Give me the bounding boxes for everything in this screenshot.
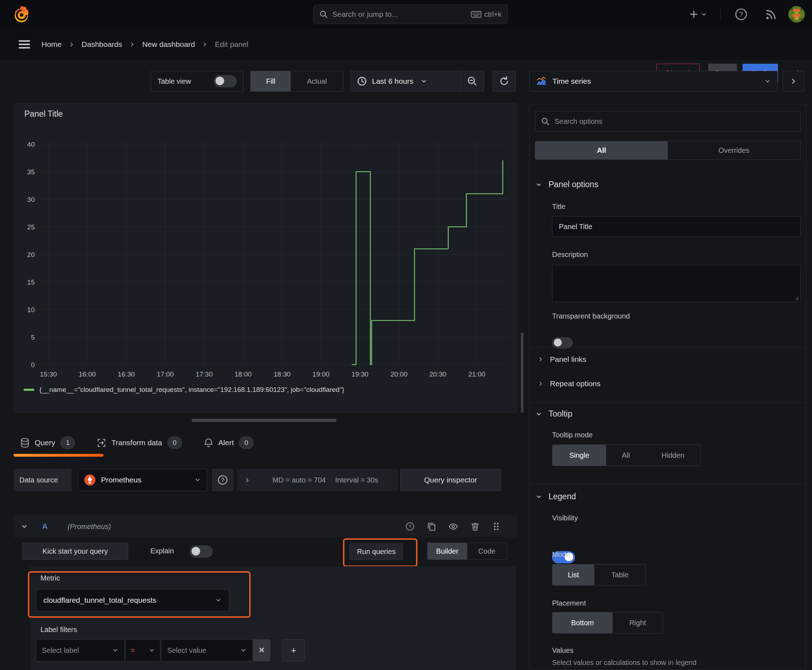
fill-option[interactable]: Fill [251,71,291,91]
query-row-actions: ? [405,522,500,531]
actual-option[interactable]: Actual [291,71,343,91]
breadcrumb-bar: Home Dashboards New dashboard Edit panel… [0,29,812,61]
placement-label: Placement [552,599,586,607]
grafana-edit-panel-page: Search or jump to... ctrl+k ? [0,0,812,670]
svg-text:?: ? [221,477,224,483]
tab-all[interactable]: All [535,141,668,159]
scrollbar-thumb[interactable] [521,333,524,413]
svg-text:35: 35 [27,168,35,176]
help-circle-icon: ? [217,475,228,485]
chevron-down-icon [536,411,542,417]
grafana-logo[interactable] [13,5,30,24]
select-value-dropdown[interactable]: Select value [161,639,253,662]
breadcrumb-edit-panel: Edit panel [215,40,248,49]
run-queries-button[interactable]: Run queries [349,543,403,560]
datasource-picker[interactable]: Prometheus [78,469,207,491]
operator-dropdown[interactable]: = [125,639,160,662]
breadcrumb-dashboards[interactable]: Dashboards [81,40,122,49]
resize-corner-icon [794,296,799,301]
table-view-toggle[interactable] [214,75,237,87]
trash-icon[interactable] [470,522,480,531]
menu-icon[interactable] [18,39,31,50]
help-icon[interactable]: ? [735,8,748,21]
time-series-chart[interactable]: 051015202530354015:3016:0016:3017:0017:3… [14,104,517,412]
visualization-picker[interactable]: Time series [529,71,778,91]
visualization-name: Time series [553,77,759,86]
zoom-out-button[interactable] [461,71,484,91]
top-nav: Search or jump to... ctrl+k ? [0,0,812,29]
builder-option[interactable]: Builder [427,543,467,559]
refresh-icon [499,76,509,86]
tooltip-mode-label: Tooltip mode [552,431,593,439]
topnav-divider [720,8,721,21]
tab-transform[interactable]: Transform data 0 [86,436,193,449]
mode-list[interactable]: List [553,564,594,585]
metric-select[interactable]: cloudflared_tunnel_total_requests [36,589,229,611]
eye-icon[interactable] [448,522,458,531]
tab-query[interactable]: Query 1 [14,436,86,449]
search-options-input[interactable]: Search options [535,111,800,132]
svg-text:?: ? [739,10,743,18]
legend-swatch [24,389,34,391]
placement-bottom[interactable]: Bottom [553,612,613,633]
chart-legend[interactable]: {__name__="cloudflared_tunnel_total_requ… [24,386,344,394]
tooltip-all[interactable]: All [606,445,646,465]
code-option[interactable]: Code [467,543,507,559]
chevron-right-icon [69,42,75,47]
time-range-picker[interactable]: Last 6 hours [351,71,460,91]
add-filter-button[interactable]: + [282,639,305,662]
query-inspector-button[interactable]: Query inspector [400,469,501,491]
svg-text:20:00: 20:00 [390,371,407,378]
title-input[interactable]: Panel Title [552,216,800,237]
legend-label: {__name__="cloudflared_tunnel_total_requ… [39,386,344,394]
tooltip-section[interactable]: Tooltip [536,409,572,419]
help-circle-icon[interactable]: ? [405,522,415,531]
duplicate-icon[interactable] [427,522,436,531]
breadcrumb-new-dashboard[interactable]: New dashboard [142,40,195,49]
resize-handle[interactable] [192,419,337,422]
bell-icon [204,438,214,448]
chevron-down-icon[interactable] [21,523,28,530]
search-icon [541,117,549,126]
query-row-header[interactable]: A (Prometheus) ? [14,515,517,538]
chevron-down-icon [765,78,771,85]
tooltip-single[interactable]: Single [553,445,606,465]
tab-alert[interactable]: Alert 0 [193,436,264,449]
new-menu-button[interactable] [689,7,707,22]
mode-table[interactable]: Table [594,564,646,585]
zoom-out-icon [467,76,478,86]
svg-text:0: 0 [31,361,35,369]
news-rss-icon[interactable] [765,8,777,21]
prometheus-icon [84,474,96,486]
avatar[interactable] [788,6,805,22]
kick-start-button[interactable]: Kick start your query [22,543,128,560]
metric-label: Metric [41,574,60,582]
values-hint: Select values or calculations to show in… [552,658,696,667]
panel-links-section[interactable]: Panel links [538,355,587,364]
search-shortcut: ctrl+k [471,10,502,19]
tooltip-hidden[interactable]: Hidden [646,445,700,465]
refresh-button[interactable] [493,71,515,91]
breadcrumb-home[interactable]: Home [42,40,61,49]
global-search[interactable]: Search or jump to... ctrl+k [313,5,508,24]
timeseries-icon [536,76,547,86]
database-icon [20,438,30,448]
description-textarea[interactable] [552,265,800,302]
builder-code-segmented: Builder Code [427,543,507,560]
title-label: Title [552,203,565,211]
section-divider [529,484,806,484]
remove-filter-button[interactable]: ✕ [253,639,270,662]
placement-right[interactable]: Right [613,612,663,633]
legend-section[interactable]: Legend [536,492,576,501]
panel-options-section[interactable]: Panel options [536,180,598,189]
repeat-options-section[interactable]: Repeat options [538,379,600,388]
tab-overrides[interactable]: Overrides [668,141,800,159]
query-ref-id[interactable]: A [42,522,47,531]
select-label-dropdown[interactable]: Select label [36,639,125,662]
drag-handle-icon[interactable] [492,522,500,531]
datasource-name: Prometheus [101,475,190,484]
explain-toggle[interactable] [190,545,213,558]
chevron-right-icon[interactable] [244,477,250,483]
datasource-help-button[interactable]: ? [212,469,233,491]
collapse-options-button[interactable] [783,71,804,91]
